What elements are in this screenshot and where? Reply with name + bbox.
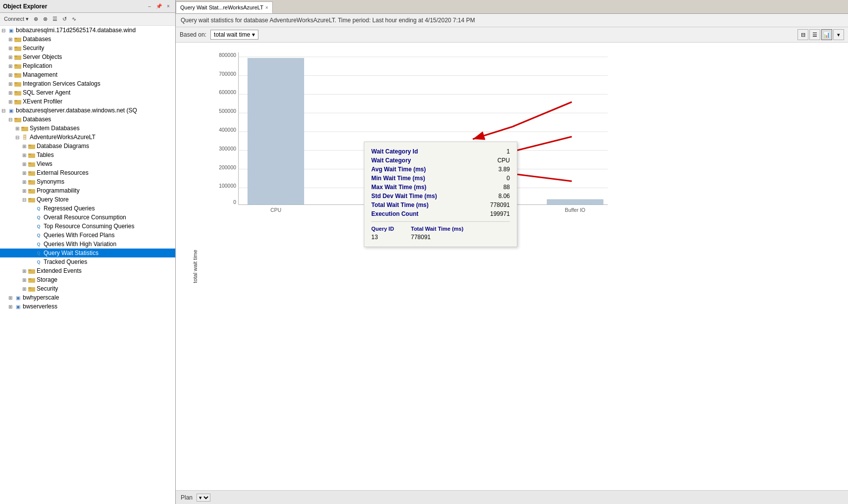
plan-dropdown[interactable]: ▾ bbox=[197, 494, 210, 502]
active-tab[interactable]: Query Wait Stat...reWorksAzureLT × bbox=[176, 1, 273, 13]
expand-icon-mgmt1[interactable]: ⊞ bbox=[7, 72, 14, 78]
activity-icon[interactable]: ∿ bbox=[70, 15, 78, 23]
tree-item-awdb[interactable]: ⊟🗄AdventureWorksAzureLT bbox=[0, 133, 175, 142]
tree-item-tq[interactable]: QTracked Queries bbox=[0, 257, 175, 266]
based-on-dropdown[interactable]: total wait time ▾ bbox=[210, 30, 258, 40]
tree-item-qs[interactable]: ⊟Query Store bbox=[0, 195, 175, 204]
tree-item-tables[interactable]: ⊞Tables bbox=[0, 151, 175, 159]
expand-icon-tables[interactable]: ⊞ bbox=[21, 152, 28, 158]
svg-rect-3 bbox=[14, 47, 17, 48]
expand-icon-so1[interactable]: ⊞ bbox=[7, 54, 14, 60]
tree-label-prog: Programmability bbox=[37, 187, 80, 194]
expand-icon-isc1[interactable]: ⊞ bbox=[7, 81, 14, 87]
tree-item-rq[interactable]: QRegressed Queries bbox=[0, 204, 175, 213]
tree-item-bwsvr[interactable]: ⊞▣bwserverless bbox=[0, 302, 175, 311]
expand-icon-syn[interactable]: ⊞ bbox=[21, 179, 28, 185]
tree-item-db1[interactable]: ⊞Databases bbox=[0, 35, 175, 44]
tree-item-so1[interactable]: ⊞Server Objects bbox=[0, 52, 175, 61]
tree-label-tq: Tracked Queries bbox=[44, 258, 87, 265]
list-view-button[interactable]: ☰ bbox=[809, 29, 820, 40]
tree-label-server1: bobazuresqlmi.171d25625174.database.wind bbox=[16, 27, 136, 34]
tree-item-isc1[interactable]: ⊞Integration Services Catalogs bbox=[0, 79, 175, 88]
more-options-button[interactable]: ▾ bbox=[833, 29, 844, 40]
tree-item-extres[interactable]: ⊞External Resources bbox=[0, 168, 175, 177]
list-view-icon[interactable]: ☰ bbox=[51, 15, 59, 23]
tooltip-value-4: 88 bbox=[503, 184, 510, 191]
new-query-icon[interactable]: ⊕ bbox=[32, 15, 40, 23]
tree-item-dbdiag[interactable]: ⊞Database Diagrams bbox=[0, 142, 175, 151]
expand-icon-xep1[interactable]: ⊞ bbox=[7, 99, 14, 104]
svg-text:200000: 200000 bbox=[219, 165, 236, 170]
tooltip-value-7: 199971 bbox=[490, 210, 510, 217]
tree-item-sqla1[interactable]: ⊞SQL Server Agent bbox=[0, 88, 175, 97]
tooltip-row-0: Wait Category Id 1 bbox=[371, 147, 510, 156]
tab-close-button[interactable]: × bbox=[265, 5, 268, 10]
expand-icon-qs[interactable]: ⊟ bbox=[21, 197, 28, 202]
expand-icon-prog[interactable]: ⊞ bbox=[21, 188, 28, 194]
chart-area: total wait time 800000 700000 600000 500… bbox=[176, 43, 848, 504]
tree-item-stor[interactable]: ⊞Storage bbox=[0, 275, 175, 284]
tree-label-mgmt1: Management bbox=[23, 71, 57, 78]
tree-item-qwhv[interactable]: QQueries With High Variation bbox=[0, 240, 175, 249]
tree-label-extres: External Resources bbox=[37, 169, 89, 176]
expand-icon-ee[interactable]: ⊞ bbox=[21, 268, 28, 274]
tree-item-rep1[interactable]: ⊞Replication bbox=[0, 61, 175, 70]
tree-item-sysdb[interactable]: ⊞System Databases bbox=[0, 124, 175, 133]
tree-item-xep1[interactable]: ⊞XEvent Profiler bbox=[0, 97, 175, 106]
chart-view-button[interactable]: 📊 bbox=[821, 29, 832, 40]
expand-icon-bwhyp[interactable]: ⊞ bbox=[7, 295, 14, 301]
folder-icon-sqla1 bbox=[14, 89, 22, 97]
tree-item-db2[interactable]: ⊟Databases bbox=[0, 115, 175, 124]
tree-item-server2[interactable]: ⊟▣bobazuresqlserver.database.windows.net… bbox=[0, 106, 175, 115]
expand-icon-server1[interactable]: ⊟ bbox=[0, 28, 7, 33]
refresh-icon[interactable]: ↺ bbox=[61, 15, 68, 23]
tree-item-qws[interactable]: QQuery Wait Statistics bbox=[0, 249, 175, 257]
tree-item-mgmt1[interactable]: ⊞Management bbox=[0, 70, 175, 79]
svg-rect-13 bbox=[14, 91, 17, 93]
expand-icon-stor[interactable]: ⊞ bbox=[21, 277, 28, 283]
tree-item-ee[interactable]: ⊞Extended Events bbox=[0, 266, 175, 275]
tree-item-syn[interactable]: ⊞Synonyms bbox=[0, 177, 175, 186]
expand-icon-db2[interactable]: ⊟ bbox=[7, 117, 14, 122]
expand-icon-bwsvr[interactable]: ⊞ bbox=[7, 304, 14, 309]
tree-item-bwhyp[interactable]: ⊞▣bwhyperscale bbox=[0, 293, 175, 302]
tooltip-popup: Wait Category Id 1 Wait Category CPU Avg… bbox=[364, 142, 517, 247]
tree-item-sec2[interactable]: ⊞Security bbox=[0, 284, 175, 293]
expand-icon-server2[interactable]: ⊟ bbox=[0, 108, 7, 113]
expand-icon-extres[interactable]: ⊞ bbox=[21, 170, 28, 176]
folder-icon-so1 bbox=[14, 53, 22, 61]
tree-item-qwfp[interactable]: QQueries With Forced Plans bbox=[0, 231, 175, 240]
expand-icon-sec1[interactable]: ⊞ bbox=[7, 46, 14, 51]
chart-wrapper: total wait time 800000 700000 600000 500… bbox=[176, 43, 848, 490]
expand-icon-sec2[interactable]: ⊞ bbox=[21, 286, 28, 292]
cpu-bar[interactable] bbox=[248, 58, 304, 205]
svg-text:600000: 600000 bbox=[219, 90, 236, 95]
tooltip-divider bbox=[371, 221, 510, 222]
chart-svg: 800000 700000 600000 500000 400000 30000… bbox=[210, 48, 848, 216]
expand-icon-views[interactable]: ⊞ bbox=[21, 161, 28, 167]
tooltip-value-1: CPU bbox=[498, 157, 510, 164]
tree-item-trcq[interactable]: QTop Resource Consuming Queries bbox=[0, 222, 175, 231]
buffer-io-bar[interactable] bbox=[547, 200, 603, 204]
tree-label-db2: Databases bbox=[23, 116, 51, 123]
attach-icon[interactable]: 📌 bbox=[155, 2, 163, 10]
filter-icon[interactable]: ⊗ bbox=[42, 15, 49, 23]
tree-item-server1[interactable]: ⊟▣bobazuresqlmi.171d25625174.database.wi… bbox=[0, 26, 175, 35]
expand-icon-sqla1[interactable]: ⊞ bbox=[7, 90, 14, 96]
tree-label-server2: bobazuresqlserver.database.windows.net (… bbox=[16, 107, 137, 114]
expand-icon-rep1[interactable]: ⊞ bbox=[7, 63, 14, 69]
tree-item-sec1[interactable]: ⊞Security bbox=[0, 44, 175, 52]
close-panel-icon[interactable]: × bbox=[164, 2, 172, 10]
tree-item-orc[interactable]: QOverall Resource Consumption bbox=[0, 213, 175, 222]
folder-icon-qs bbox=[28, 196, 36, 203]
expand-icon-db1[interactable]: ⊞ bbox=[7, 37, 14, 42]
tree-item-prog[interactable]: ⊞Programmability bbox=[0, 186, 175, 195]
expand-icon-dbdiag[interactable]: ⊞ bbox=[21, 144, 28, 149]
connect-button[interactable]: Connect ▾ bbox=[2, 15, 30, 23]
grid-view-button[interactable]: ⊟ bbox=[798, 29, 808, 40]
pin-icon[interactable]: – bbox=[146, 2, 153, 10]
expand-icon-awdb[interactable]: ⊟ bbox=[14, 135, 21, 140]
tree-label-dbdiag: Database Diagrams bbox=[37, 143, 89, 150]
tree-item-views[interactable]: ⊞Views bbox=[0, 159, 175, 168]
expand-icon-sysdb[interactable]: ⊞ bbox=[14, 126, 21, 131]
